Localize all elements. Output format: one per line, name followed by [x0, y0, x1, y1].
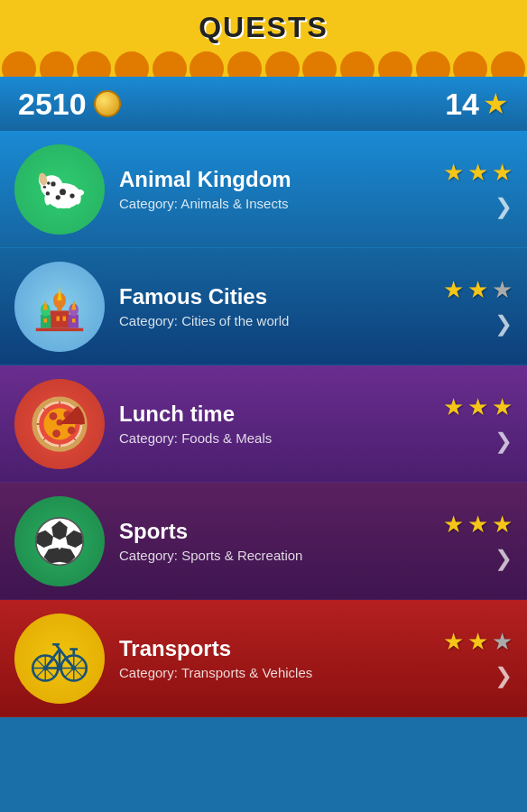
- chevron-icon: ❯: [495, 429, 513, 454]
- chevron-icon: ❯: [495, 311, 513, 337]
- scallop-circle: [491, 51, 525, 77]
- coins-display: 2510: [18, 87, 121, 122]
- scallop-circles: [0, 51, 527, 77]
- svg-rect-29: [44, 318, 48, 322]
- quest-right: ★ ★ ★ ❯: [443, 393, 513, 454]
- chevron-icon: ❯: [495, 194, 513, 219]
- quest-name: Famous Cities: [119, 284, 443, 309]
- svg-point-40: [68, 426, 76, 434]
- quest-stars: ★ ★ ★: [443, 511, 513, 539]
- quest-item-famous-cities[interactable]: Famous Cities Category: Cities of the wo…: [0, 248, 527, 365]
- star-3: ★: [492, 628, 513, 656]
- scallop-circle: [227, 51, 262, 77]
- quest-list: Animal Kingdom Category: Animals & Insec…: [0, 131, 527, 717]
- quest-right: ★ ★ ★ ❯: [443, 628, 513, 688]
- quest-info-animal-kingdom: Animal Kingdom Category: Animals & Insec…: [119, 167, 443, 211]
- scallop-circle: [340, 51, 374, 77]
- quest-category: Category: Foods & Meals: [119, 430, 443, 446]
- svg-point-10: [69, 193, 74, 198]
- star-1: ★: [443, 159, 464, 187]
- chevron-icon: ❯: [495, 663, 513, 688]
- svg-point-69: [57, 665, 61, 669]
- svg-point-14: [43, 186, 47, 189]
- scallop-circle: [302, 51, 337, 77]
- svg-rect-28: [63, 316, 67, 320]
- svg-point-70: [43, 665, 48, 669]
- svg-rect-18: [57, 300, 61, 310]
- quest-right: ★ ★ ★ ❯: [443, 276, 513, 337]
- quest-info-sports: Sports Category: Sports & Recreation: [119, 519, 443, 563]
- page-title: QUESTS: [0, 11, 527, 44]
- scallop-circle: [378, 51, 412, 77]
- star-3: ★: [492, 159, 513, 187]
- quest-category: Category: Cities of the world: [119, 313, 443, 328]
- svg-point-8: [51, 181, 55, 186]
- stats-bar: 2510 14 ★: [0, 77, 527, 131]
- svg-point-7: [75, 189, 85, 196]
- quest-item-transports[interactable]: Transports Category: Transports & Vehicl…: [0, 600, 527, 717]
- scallop-circle: [190, 51, 224, 77]
- star-3: ★: [492, 393, 513, 421]
- coins-count: 2510: [18, 87, 87, 122]
- quest-name: Animal Kingdom: [119, 167, 443, 192]
- quest-stars: ★ ★ ★: [443, 276, 513, 304]
- quest-item-animal-kingdom[interactable]: Animal Kingdom Category: Animals & Insec…: [0, 131, 527, 248]
- stars-display: 14 ★: [445, 87, 509, 122]
- quest-name: Transports: [119, 636, 443, 661]
- star-2: ★: [467, 276, 488, 304]
- quest-item-lunch-time[interactable]: Lunch time Category: Foods & Meals ★ ★ ★…: [0, 365, 527, 483]
- scallop-circle: [416, 51, 450, 77]
- scallop-circle: [115, 51, 149, 77]
- coin-icon: [94, 90, 121, 117]
- quest-icon-city: [14, 262, 105, 352]
- quest-category: Category: Animals & Insects: [119, 196, 443, 211]
- scallop-circle: [2, 51, 36, 77]
- quest-stars: ★ ★ ★: [443, 159, 513, 187]
- scallop-circle: [77, 51, 111, 77]
- svg-point-71: [71, 665, 76, 669]
- star-2: ★: [467, 628, 488, 656]
- quest-info-lunch-time: Lunch time Category: Foods & Meals: [119, 401, 443, 446]
- svg-point-12: [46, 191, 50, 195]
- star-1: ★: [443, 393, 464, 421]
- star-1: ★: [443, 628, 464, 656]
- svg-point-38: [50, 411, 58, 420]
- scallop-circle: [453, 51, 487, 77]
- star-2: ★: [467, 159, 488, 187]
- quest-right: ★ ★ ★ ❯: [443, 159, 513, 219]
- scallop-circle: [40, 51, 74, 77]
- star-2: ★: [467, 511, 488, 539]
- quest-icon-animal: [14, 144, 105, 235]
- scallop-circle: [265, 51, 300, 77]
- svg-point-11: [56, 195, 60, 199]
- quest-name: Sports: [119, 519, 443, 544]
- quest-category: Category: Transports & Vehicles: [119, 665, 443, 680]
- quest-icon-food: [14, 379, 105, 469]
- quest-stars: ★ ★ ★: [443, 393, 513, 421]
- stars-count: 14: [445, 87, 479, 122]
- quest-icon-transport: [14, 614, 105, 704]
- star-3: ★: [492, 276, 513, 304]
- quest-stars: ★ ★ ★: [443, 628, 513, 656]
- chevron-icon: ❯: [495, 546, 513, 571]
- svg-rect-30: [72, 318, 76, 322]
- quest-icon-sport: [14, 496, 105, 586]
- svg-rect-27: [57, 316, 60, 320]
- svg-rect-26: [36, 328, 84, 331]
- quest-name: Lunch time: [119, 401, 443, 427]
- quest-item-sports[interactable]: Sports Category: Sports & Recreation ★ ★…: [0, 483, 527, 600]
- quest-info-famous-cities: Famous Cities Category: Cities of the wo…: [119, 284, 443, 328]
- svg-point-41: [52, 429, 60, 438]
- scallop-circle: [153, 51, 187, 77]
- quest-info-transports: Transports Category: Transports & Vehicl…: [119, 636, 443, 680]
- svg-point-9: [60, 189, 66, 195]
- star-3: ★: [492, 511, 513, 539]
- star-2: ★: [467, 393, 488, 421]
- star-icon: ★: [483, 87, 509, 121]
- svg-point-13: [47, 181, 51, 185]
- scallop-decoration: [0, 51, 527, 77]
- star-1: ★: [443, 511, 464, 539]
- quest-category: Category: Sports & Recreation: [119, 548, 443, 563]
- quest-right: ★ ★ ★ ❯: [443, 511, 513, 571]
- star-1: ★: [443, 276, 464, 304]
